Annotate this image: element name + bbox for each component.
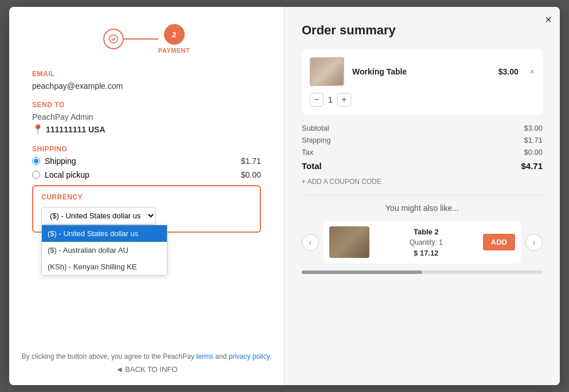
shipping-option-2: Local pickup $0.00	[32, 170, 261, 179]
currency-dropdown: ($) - United States dollar us ($) - Aust…	[41, 225, 167, 276]
grand-total-row: Total $4.71	[302, 161, 543, 171]
also-like-carousel: ‹ Table 2 Quantity: 1 $ 17.12 ADD ›	[302, 221, 543, 264]
left-panel: 2 PAYMENT EMAIL peachpay@example.com SEN…	[9, 7, 284, 385]
stepper: 2 PAYMENT	[32, 24, 261, 54]
product-thumbnail	[310, 57, 344, 86]
also-like-title: You might also like...	[302, 203, 543, 213]
dropdown-item-aud[interactable]: ($) - Australian dollar AU	[42, 242, 167, 258]
stepper-step2-group: 2 PAYMENT	[158, 24, 190, 54]
tax-label: Tax	[302, 148, 313, 156]
quantity-decrease-button[interactable]: −	[310, 93, 324, 107]
shipping-option-1-left: Shipping	[32, 156, 76, 166]
recommended-quantity: Quantity: 1	[376, 238, 476, 246]
shipping-option-1: Shipping $1.71	[32, 156, 261, 166]
recommended-product-card: Table 2 Quantity: 1 $ 17.12 ADD	[324, 221, 521, 264]
subtotal-value: $3.00	[524, 124, 543, 132]
step-line	[124, 38, 158, 40]
product-price: $3.00	[498, 67, 519, 76]
email-value: peachpay@example.com	[32, 81, 261, 91]
quantity-value: 1	[328, 95, 333, 104]
currency-select-wrapper: ($) - United States dollar us ($) - Aust…	[41, 207, 252, 225]
table-thumbnail-image	[311, 58, 343, 85]
shipping-option-2-price: $0.00	[241, 170, 261, 179]
quantity-increase-button[interactable]: +	[337, 93, 351, 107]
send-to-address: 📍 111111111 USA	[32, 124, 261, 135]
step2-circle: 2	[164, 24, 185, 45]
shipping-option-2-label: Local pickup	[45, 170, 89, 179]
footer-text: By clicking the button above, you agree …	[9, 352, 284, 360]
terms-link[interactable]: terms	[196, 352, 213, 360]
dropdown-item-kes[interactable]: (KSh) - Kenyan Shilling KE	[42, 258, 167, 275]
product-name: Working Table	[352, 67, 490, 76]
back-to-info[interactable]: ◄ BACK TO INFO	[9, 365, 284, 374]
quantity-control: − 1 +	[310, 93, 535, 107]
shipping-radio-1[interactable]	[32, 157, 40, 165]
send-to-name: PeachPay Admin	[32, 112, 261, 121]
shipping-total-value: $1.71	[524, 136, 543, 144]
email-label: EMAIL	[32, 70, 261, 78]
shipping-option-1-price: $1.71	[241, 156, 261, 166]
subtotal-label: Subtotal	[302, 124, 329, 132]
stepper-step1-group	[103, 29, 124, 49]
currency-label: CURRENCY	[41, 193, 252, 201]
step2-label: PAYMENT	[158, 47, 190, 54]
shipping-row: Shipping $1.71	[302, 136, 543, 144]
tax-value: $0.00	[524, 148, 543, 156]
send-to-label: SEND TO	[32, 101, 261, 109]
privacy-link[interactable]: privacy policy	[229, 352, 270, 360]
product-card: Working Table $3.00 × − 1 +	[302, 49, 543, 115]
recommended-price: $ 17.12	[376, 249, 476, 257]
close-button[interactable]: ×	[545, 14, 552, 25]
shipping-label: SHIPPING	[32, 145, 261, 153]
coupon-button[interactable]: + ADD A COUPON CODE	[302, 178, 381, 186]
order-summary-title: Order summary	[302, 23, 543, 38]
modal: × 2 PAYMENT	[9, 7, 560, 385]
subtotal-row: Subtotal $3.00	[302, 124, 543, 132]
pin-icon: 📍	[32, 124, 44, 135]
scroll-bar[interactable]	[302, 271, 543, 274]
add-recommended-button[interactable]: ADD	[483, 234, 515, 250]
recommended-name: Table 2	[376, 228, 476, 236]
tax-row: Tax $0.00	[302, 148, 543, 156]
totals: Subtotal $3.00 Shipping $1.71 Tax $0.00 …	[302, 124, 543, 171]
currency-select[interactable]: ($) - United States dollar us ($) - Aust…	[41, 207, 156, 225]
total-label: Total	[302, 161, 322, 171]
recommended-thumbnail	[329, 226, 369, 258]
scroll-bar-thumb	[302, 271, 422, 274]
currency-section: CURRENCY ($) - United States dollar us (…	[32, 185, 261, 233]
product-row: Working Table $3.00 ×	[310, 57, 535, 86]
step1-circle	[103, 29, 124, 49]
remove-product-button[interactable]: ×	[530, 67, 535, 76]
left-footer: By clicking the button above, you agree …	[9, 352, 284, 374]
shipping-option-2-left: Local pickup	[32, 170, 89, 179]
total-value: $4.71	[521, 161, 543, 171]
shipping-radio-2[interactable]	[32, 171, 40, 179]
divider	[302, 195, 543, 195]
shipping-option-1-label: Shipping	[45, 156, 76, 166]
right-panel: Order summary Working Table $3.00 × − 1 …	[284, 7, 560, 385]
modal-overlay: × 2 PAYMENT	[0, 0, 569, 392]
carousel-next-button[interactable]: ›	[525, 234, 543, 251]
address-value: 111111111 USA	[46, 125, 106, 134]
recommended-info: Table 2 Quantity: 1 $ 17.12	[376, 228, 476, 257]
svg-point-0	[110, 35, 118, 43]
dropdown-item-usd[interactable]: ($) - United States dollar us	[42, 225, 167, 242]
shipping-total-label: Shipping	[302, 136, 331, 144]
carousel-prev-button[interactable]: ‹	[302, 234, 319, 251]
